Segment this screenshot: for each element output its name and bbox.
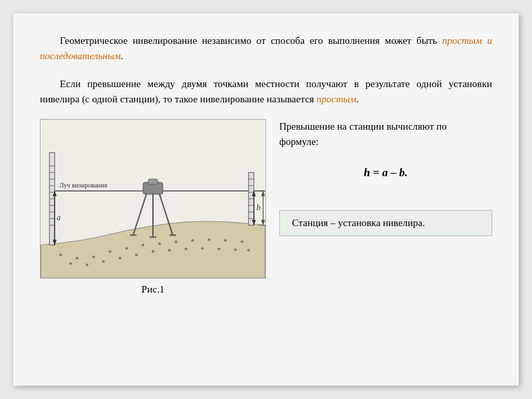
paragraph1: Геометрическое нивелирование независимо … xyxy=(40,33,492,65)
svg-point-4 xyxy=(109,250,112,253)
svg-text:a: a xyxy=(57,213,61,222)
left-column: Луч визирования xyxy=(40,119,266,295)
slide: Геометрическое нивелирование независимо … xyxy=(13,13,519,386)
svg-point-18 xyxy=(152,250,154,253)
svg-point-1 xyxy=(59,253,62,256)
formula-text-line1: Превышение на станции вычисляют по xyxy=(279,121,447,132)
para1-after: . xyxy=(121,51,124,61)
svg-point-12 xyxy=(241,240,243,243)
svg-point-16 xyxy=(118,257,121,259)
svg-point-21 xyxy=(201,247,203,249)
paragraph2: Если превышение между двумя точками мест… xyxy=(40,76,492,108)
right-column: Превышение на станции вычисляют по форму… xyxy=(279,119,492,236)
para2-highlight: простым xyxy=(317,94,356,104)
svg-point-24 xyxy=(247,249,250,251)
svg-point-11 xyxy=(224,239,227,241)
svg-point-14 xyxy=(86,263,88,266)
formula: h = a – b. xyxy=(279,166,492,180)
svg-point-5 xyxy=(125,247,128,249)
svg-rect-55 xyxy=(148,179,158,184)
svg-point-17 xyxy=(135,253,138,256)
svg-text:b: b xyxy=(257,203,261,212)
para2-before: Если превышение между двумя точками мест… xyxy=(40,78,492,104)
formula-text: Превышение на станции вычисляют по форму… xyxy=(279,119,492,150)
svg-point-6 xyxy=(142,243,144,246)
content-area: Луч визирования xyxy=(40,119,492,295)
svg-point-3 xyxy=(92,255,95,258)
fig-caption: Рис.1 xyxy=(142,284,164,295)
diagram: Луч визирования xyxy=(40,119,266,279)
svg-point-7 xyxy=(158,242,161,245)
station-box: Станция – установка нивелира. xyxy=(279,210,492,236)
svg-point-9 xyxy=(192,239,194,241)
formula-text-line2: формуле: xyxy=(279,136,319,147)
para1-before: Геометрическое нивелирование независимо … xyxy=(60,35,442,46)
svg-point-8 xyxy=(175,240,178,243)
svg-text:Луч визирования: Луч визирования xyxy=(59,182,108,189)
svg-point-19 xyxy=(168,249,171,251)
svg-point-10 xyxy=(207,239,210,241)
svg-point-22 xyxy=(217,247,220,250)
svg-point-23 xyxy=(234,248,237,251)
svg-point-13 xyxy=(69,262,72,265)
svg-point-15 xyxy=(102,260,105,263)
para2-after: . xyxy=(356,94,359,104)
svg-point-2 xyxy=(76,257,78,259)
svg-point-20 xyxy=(185,247,188,250)
